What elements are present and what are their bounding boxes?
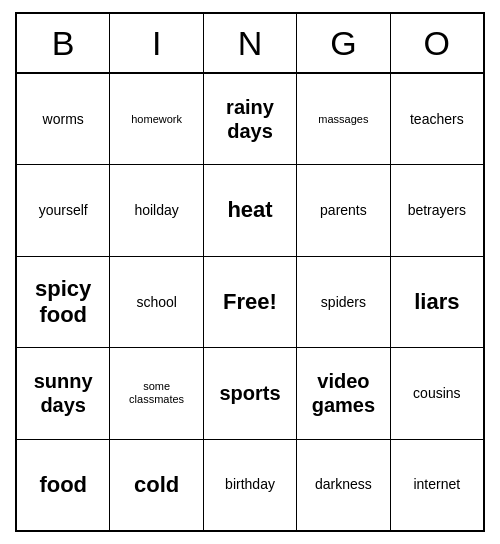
bingo-row-3: sunny dayssome classmatessportsvideo gam…	[17, 348, 483, 439]
header-letter-g: G	[297, 14, 390, 72]
bingo-cell-4-4: internet	[391, 440, 483, 530]
bingo-cell-2-2: Free!	[204, 257, 297, 347]
bingo-cell-1-1: hoilday	[110, 165, 203, 255]
bingo-cell-4-1: cold	[110, 440, 203, 530]
header-letter-b: B	[17, 14, 110, 72]
bingo-header: BINGO	[17, 14, 483, 74]
bingo-cell-1-4: betrayers	[391, 165, 483, 255]
bingo-row-2: spicy foodschoolFree!spidersliars	[17, 257, 483, 348]
bingo-cell-4-3: darkness	[297, 440, 390, 530]
bingo-cell-1-2: heat	[204, 165, 297, 255]
bingo-cell-0-1: homework	[110, 74, 203, 164]
bingo-cell-2-4: liars	[391, 257, 483, 347]
bingo-row-1: yourselfhoildayheatparentsbetrayers	[17, 165, 483, 256]
bingo-cell-3-1: some classmates	[110, 348, 203, 438]
bingo-cell-3-0: sunny days	[17, 348, 110, 438]
bingo-cell-3-4: cousins	[391, 348, 483, 438]
bingo-cell-0-0: worms	[17, 74, 110, 164]
header-letter-i: I	[110, 14, 203, 72]
bingo-row-0: wormshomeworkrainy daysmassagesteachers	[17, 74, 483, 165]
bingo-cell-1-0: yourself	[17, 165, 110, 255]
bingo-cell-4-2: birthday	[204, 440, 297, 530]
bingo-cell-3-3: video games	[297, 348, 390, 438]
header-letter-o: O	[391, 14, 483, 72]
bingo-cell-2-1: school	[110, 257, 203, 347]
bingo-row-4: foodcoldbirthdaydarknessinternet	[17, 440, 483, 530]
bingo-cell-0-3: massages	[297, 74, 390, 164]
bingo-cell-2-3: spiders	[297, 257, 390, 347]
bingo-cell-0-4: teachers	[391, 74, 483, 164]
bingo-cell-2-0: spicy food	[17, 257, 110, 347]
bingo-grid: wormshomeworkrainy daysmassagesteachersy…	[17, 74, 483, 530]
bingo-cell-1-3: parents	[297, 165, 390, 255]
bingo-cell-0-2: rainy days	[204, 74, 297, 164]
bingo-cell-3-2: sports	[204, 348, 297, 438]
bingo-card: BINGO wormshomeworkrainy daysmassagestea…	[15, 12, 485, 532]
bingo-cell-4-0: food	[17, 440, 110, 530]
header-letter-n: N	[204, 14, 297, 72]
